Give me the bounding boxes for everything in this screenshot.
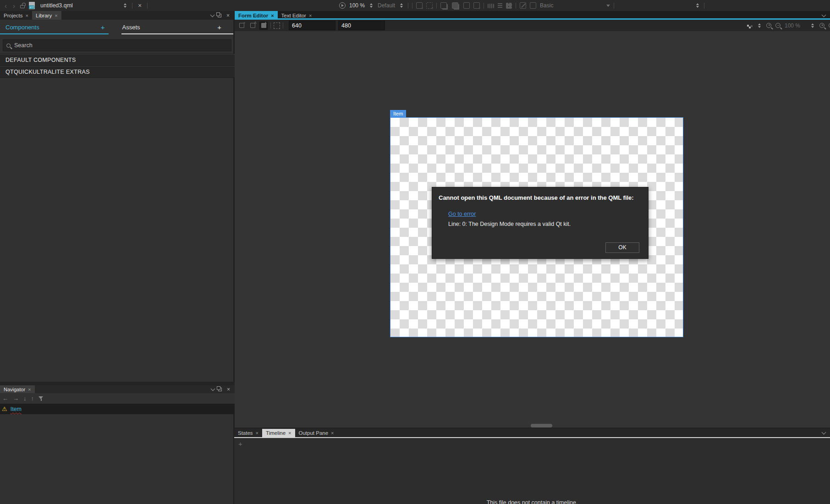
zoom-out-icon[interactable]: − — [775, 23, 781, 28]
add-asset-button[interactable]: + — [217, 23, 221, 31]
style-selector[interactable]: Basic — [540, 2, 610, 9]
back-icon[interactable]: ‹ — [4, 2, 8, 9]
open-document-name[interactable]: untitled3.qml — [40, 2, 118, 9]
move-left-icon[interactable]: ← — [2, 395, 8, 401]
dialog-message: Line: 0: The Design Mode requires a vali… — [448, 221, 648, 227]
paste-icon[interactable] — [452, 2, 458, 9]
search-input[interactable] — [14, 42, 228, 49]
library-panel: Components + Assets + DEFAULT COMPONENTS… — [0, 20, 235, 504]
close-icon[interactable]: × — [288, 430, 291, 436]
ok-button[interactable]: OK — [605, 242, 639, 253]
tab-projects[interactable]: Projects × — [0, 11, 32, 20]
warning-icon: ⚠ — [2, 406, 7, 412]
qml-error-dialog: Cannot open this QML document because of… — [432, 187, 649, 259]
canvas-zoom-value[interactable]: 100 % — [785, 22, 806, 29]
move-up-icon[interactable]: ↑ — [31, 395, 34, 401]
preview-zoom-value[interactable]: 100 % — [349, 2, 365, 9]
timeline-content: + This file does not contain a timeline. — [234, 438, 830, 504]
layout-row-icon[interactable] — [488, 4, 494, 8]
move-down-icon[interactable]: ↓ — [23, 395, 27, 401]
preview-zoom-spinner-icon[interactable] — [368, 3, 374, 8]
chevron-down-icon[interactable] — [210, 12, 215, 17]
pixel-grid-icon[interactable] — [747, 25, 749, 27]
search-icon — [6, 44, 11, 48]
popout-icon[interactable] — [218, 388, 222, 391]
close-icon[interactable]: × — [271, 13, 274, 18]
export-assets-icon[interactable] — [416, 2, 423, 9]
form-editor-canvas-area[interactable]: Item Cannot open this QML document becau… — [235, 31, 830, 427]
frame-selection-icon[interactable] — [426, 2, 433, 9]
close-icon[interactable]: × — [309, 13, 312, 18]
add-component-button[interactable]: + — [101, 23, 105, 31]
horizontal-scrollbar[interactable] — [531, 424, 552, 427]
close-icon[interactable]: × — [28, 387, 31, 392]
component-search[interactable] — [3, 39, 231, 51]
snapping-button[interactable]: ▲ — [259, 22, 268, 30]
tab-components[interactable]: Components + — [0, 20, 117, 34]
move-right-icon[interactable]: → — [13, 395, 19, 401]
separator — [147, 3, 148, 9]
duplicate-icon[interactable] — [473, 2, 480, 9]
select-outline-icon[interactable] — [463, 2, 470, 9]
tab-overflow-chevron-icon[interactable] — [822, 12, 826, 17]
root-width-field[interactable] — [289, 21, 335, 30]
tab-library[interactable]: Library × — [32, 11, 61, 20]
copy-star-icon[interactable] — [440, 2, 447, 9]
dialog-title: Cannot open this QML document because of… — [432, 187, 648, 201]
document-spinner-icon[interactable] — [122, 3, 128, 8]
show-bounding-rectangles-button[interactable] — [274, 22, 280, 29]
filter-icon[interactable] — [38, 396, 44, 401]
section-qtquickultralite-extras[interactable]: QTQUICKULTRALITE EXTRAS — [0, 66, 235, 78]
top-toolbar: ‹ › untitled3.qml × 100 % Default Basic — [0, 0, 830, 11]
zoom-reset-icon[interactable]: × — [819, 23, 825, 28]
bottom-pane: States × Timeline × Output Pane × + This… — [234, 429, 830, 504]
canvas-zoom-spinner-icon[interactable] — [810, 23, 815, 28]
dropdown-arrow-icon — [606, 5, 610, 7]
unlock-icon[interactable] — [20, 5, 25, 8]
layout-grid-icon[interactable] — [506, 3, 512, 9]
section-default-components[interactable]: DEFAULT COMPONENTS — [0, 54, 235, 66]
add-timeline-button[interactable]: + — [238, 440, 242, 448]
tab-navigator[interactable]: Navigator × — [0, 385, 35, 393]
root-height-field[interactable] — [338, 21, 385, 30]
snapping-anchors-button[interactable]: A — [248, 22, 257, 30]
forward-icon[interactable]: › — [12, 2, 16, 9]
close-icon[interactable]: × — [256, 430, 258, 436]
close-icon[interactable]: × — [26, 13, 28, 18]
tab-output-pane[interactable]: Output Pane × — [295, 429, 338, 437]
selected-item-tag[interactable]: Item — [390, 110, 406, 117]
run-preview-icon[interactable] — [339, 2, 346, 9]
left-dock-tabs: Projects × Library × × — [0, 11, 235, 20]
close-icon[interactable]: × — [55, 13, 57, 18]
kit-selector[interactable] — [618, 3, 700, 8]
tab-timeline[interactable]: Timeline × — [262, 429, 295, 437]
edit-annotation-icon[interactable] — [520, 2, 526, 9]
chevron-down-icon[interactable] — [211, 386, 215, 391]
popout-icon[interactable] — [218, 14, 221, 17]
zoom-in-icon[interactable]: + — [766, 23, 771, 28]
layout-column-icon[interactable] — [498, 2, 502, 9]
grid-spinner-icon[interactable] — [757, 23, 762, 28]
tab-assets[interactable]: Assets + — [117, 20, 234, 34]
tab-overflow-chevron-icon[interactable] — [822, 430, 826, 435]
qml-file-icon — [29, 2, 35, 9]
form-editor-toolbar: × A ▲ + − 100 % × — [235, 20, 830, 31]
workspace-icon[interactable] — [530, 2, 536, 9]
navigator-item-row[interactable]: ⚠ Item — [0, 404, 235, 414]
navigator-item-label[interactable]: Item — [11, 406, 22, 412]
close-dock-icon[interactable]: × — [225, 387, 231, 392]
state-selector[interactable]: Default — [378, 2, 395, 9]
close-icon[interactable]: × — [331, 430, 334, 436]
go-to-error-link[interactable]: Go to error — [448, 211, 476, 217]
no-snapping-button[interactable]: × — [237, 22, 246, 30]
state-spinner-icon[interactable] — [399, 3, 404, 8]
kit-spinner-icon — [695, 3, 700, 8]
navigator-panel: Navigator × × ← → ↓ ↑ ⚠ Item — [0, 382, 235, 504]
timeline-empty-text: This file does not contain a timeline. — [487, 499, 578, 504]
close-dock-icon[interactable]: × — [225, 13, 231, 18]
tab-states[interactable]: States × — [234, 429, 262, 437]
close-document-icon[interactable]: × — [137, 2, 143, 9]
separator — [132, 3, 132, 9]
